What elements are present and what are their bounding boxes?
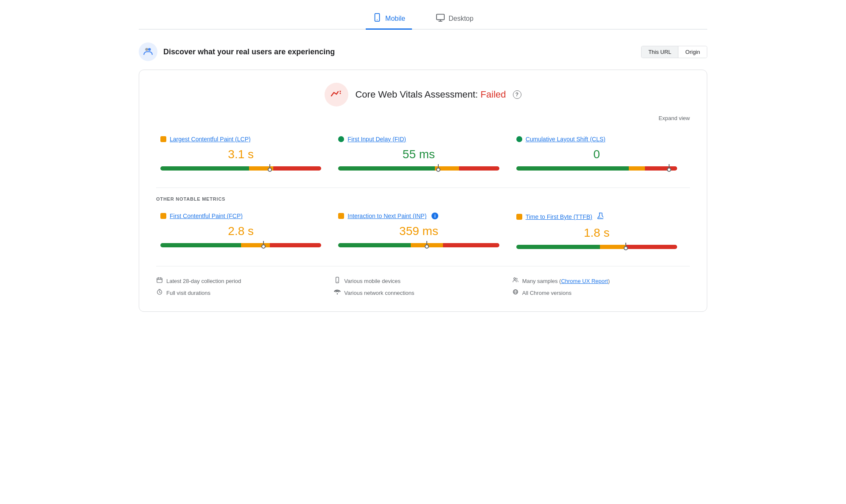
- footer-item: Various network connections: [334, 287, 512, 299]
- bar-pin: [261, 241, 266, 249]
- metric-value-ttfb: 1.8 s: [516, 226, 677, 240]
- header-icon: [139, 42, 157, 61]
- footer-item: Various mobile devices: [334, 275, 512, 287]
- footer-text: All Chrome versions: [522, 290, 571, 296]
- metric-label-row: Time to First Byte (TTFB): [516, 213, 677, 221]
- metric-label-row: First Contentful Paint (FCP): [160, 213, 321, 219]
- metric-name-cls[interactable]: Cumulative Layout Shift (CLS): [526, 136, 605, 143]
- metric-value-inp: 359 ms: [338, 224, 499, 238]
- metric-bar-lcp: [160, 166, 321, 171]
- metric-label-row: Interaction to Next Paint (INP) i: [338, 213, 499, 219]
- tab-mobile-label: Mobile: [385, 15, 405, 22]
- assessment-title: Core Web Vitals Assessment: Failed: [355, 89, 506, 100]
- footer-icon: [512, 288, 519, 297]
- footer-item: Many samples (Chrome UX Report): [512, 275, 690, 287]
- metric-dot-inp: [338, 213, 344, 219]
- metric-col-fid: First Input Delay (FID) 55 ms: [334, 132, 512, 179]
- assessment-failed-icon: [331, 89, 342, 100]
- footer-text: Various mobile devices: [344, 278, 401, 284]
- footer-text: Full visit durations: [166, 290, 210, 296]
- main-card: Core Web Vitals Assessment: Failed ? Exp…: [139, 70, 707, 312]
- desktop-icon: [436, 13, 445, 24]
- svg-point-4: [148, 48, 151, 51]
- expand-row: Expand view: [156, 115, 690, 121]
- metric-label-row: Largest Contentful Paint (LCP): [160, 136, 321, 143]
- bar-pin: [667, 164, 671, 172]
- section-title: Discover what your real users are experi…: [163, 48, 335, 56]
- footer-item: Latest 28-day collection period: [156, 275, 334, 287]
- bar-red: [645, 166, 677, 171]
- metric-name-fid[interactable]: First Input Delay (FID): [347, 136, 406, 143]
- footer-text: Various network connections: [344, 290, 414, 296]
- metric-name-inp[interactable]: Interaction to Next Paint (INP): [347, 213, 426, 219]
- svg-point-16: [516, 278, 517, 280]
- metric-col-lcp: Largest Contentful Paint (LCP) 3.1 s: [156, 132, 334, 179]
- assessment-help-icon[interactable]: ?: [513, 90, 521, 99]
- footer-icon: [512, 277, 519, 285]
- metric-dot-fcp: [160, 213, 166, 219]
- tab-desktop[interactable]: Desktop: [429, 8, 480, 30]
- chrome-ux-report-link[interactable]: Chrome UX Report: [561, 278, 608, 284]
- tab-mobile[interactable]: Mobile: [366, 8, 412, 30]
- svg-point-13: [337, 281, 338, 282]
- svg-rect-12: [336, 277, 339, 283]
- metric-value-lcp: 3.1 s: [160, 148, 321, 161]
- metric-name-lcp[interactable]: Largest Contentful Paint (LCP): [170, 136, 251, 143]
- metric-bar-ttfb: [516, 245, 677, 249]
- metric-name-ttfb[interactable]: Time to First Byte (TTFB): [526, 213, 592, 220]
- footer-icon: [156, 277, 163, 285]
- bar-red: [443, 243, 499, 247]
- bar-green: [160, 243, 241, 247]
- bar-green: [516, 166, 629, 171]
- svg-point-5: [146, 48, 148, 51]
- footer-col-0: Latest 28-day collection period Full vis…: [156, 275, 334, 299]
- bar-red: [626, 245, 677, 249]
- metric-dot-lcp: [160, 136, 166, 142]
- metric-name-fcp[interactable]: First Contentful Paint (FCP): [170, 213, 243, 219]
- experiment-icon: [597, 213, 603, 221]
- footer-col-1: Various mobile devices Various network c…: [334, 275, 512, 299]
- footer-item: All Chrome versions: [512, 287, 690, 299]
- footer-grid: Latest 28-day collection period Full vis…: [156, 266, 690, 299]
- bar-green: [160, 166, 249, 171]
- tab-desktop-label: Desktop: [448, 15, 473, 22]
- section-header-left: Discover what your real users are experi…: [139, 42, 335, 61]
- metric-label-row: First Input Delay (FID): [338, 136, 499, 143]
- metric-col-ttfb: Time to First Byte (TTFB) 1.8 s: [512, 208, 690, 258]
- metric-bar-fcp: [160, 243, 321, 247]
- footer-col-2: Many samples (Chrome UX Report) All Chro…: [512, 275, 690, 299]
- metric-dot-fid: [338, 136, 344, 142]
- metric-dot-cls: [516, 136, 522, 142]
- svg-point-8: [599, 217, 600, 218]
- footer-item: Full visit durations: [156, 287, 334, 299]
- bar-green: [516, 245, 600, 249]
- assessment-header: Core Web Vitals Assessment: Failed ?: [156, 83, 690, 106]
- footer-icon: [334, 277, 341, 285]
- bar-green: [338, 243, 411, 247]
- this-url-button[interactable]: This URL: [642, 46, 678, 58]
- metric-value-cls: 0: [516, 148, 677, 161]
- core-metrics-grid: Largest Contentful Paint (LCP) 3.1 s Fir…: [156, 132, 690, 179]
- other-metrics-grid: First Contentful Paint (FCP) 2.8 s Inter…: [156, 208, 690, 258]
- other-metrics-label: OTHER NOTABLE METRICS: [156, 196, 690, 202]
- bar-pin: [268, 164, 272, 172]
- mobile-icon: [373, 13, 382, 24]
- origin-button[interactable]: Origin: [678, 46, 707, 58]
- metric-value-fid: 55 ms: [338, 148, 499, 161]
- metric-col-inp: Interaction to Next Paint (INP) i 359 ms: [334, 208, 512, 258]
- bar-orange: [600, 245, 626, 249]
- bar-green: [338, 166, 435, 171]
- metric-dot-ttfb: [516, 214, 522, 220]
- bar-red: [273, 166, 322, 171]
- expand-link[interactable]: Expand view: [658, 115, 690, 121]
- svg-point-14: [337, 293, 338, 294]
- footer-text: Many samples (Chrome UX Report): [522, 278, 610, 284]
- metric-bar-cls: [516, 166, 677, 171]
- bar-red: [459, 166, 499, 171]
- tabs-bar: Mobile Desktop: [139, 8, 707, 30]
- svg-marker-6: [339, 91, 341, 92]
- bar-pin: [425, 241, 429, 249]
- bar-pin: [436, 164, 440, 172]
- metric-bar-inp: [338, 243, 499, 247]
- info-icon[interactable]: i: [431, 213, 438, 219]
